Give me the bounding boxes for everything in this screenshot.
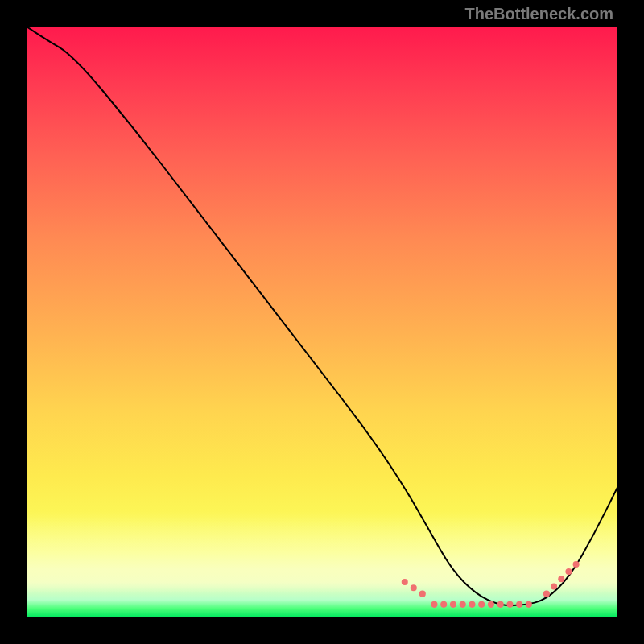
plot-area (27, 27, 617, 617)
watermark-text: TheBottleneck.com (465, 5, 613, 23)
valley-dot (402, 579, 408, 585)
bottleneck-curve (27, 27, 617, 605)
valley-dot (419, 591, 426, 597)
valley-dot (558, 576, 564, 582)
valley-dot (497, 601, 504, 608)
valley-dot (543, 591, 550, 597)
valley-dot (488, 601, 494, 608)
valley-dot (478, 601, 485, 608)
valley-dot (573, 561, 580, 568)
valley-dot (411, 584, 417, 591)
valley-dot (526, 601, 532, 608)
valley-dot (460, 601, 466, 608)
valley-dot (431, 601, 437, 608)
curve-layer (27, 27, 617, 617)
valley-dot (440, 601, 447, 608)
chart-frame: TheBottleneck.com (0, 0, 644, 644)
valley-dot (450, 601, 456, 608)
valley-dot (506, 601, 513, 608)
valley-dot (565, 568, 572, 575)
valley-dot (551, 583, 557, 589)
valley-dot (516, 601, 522, 608)
valley-dot (469, 601, 475, 608)
